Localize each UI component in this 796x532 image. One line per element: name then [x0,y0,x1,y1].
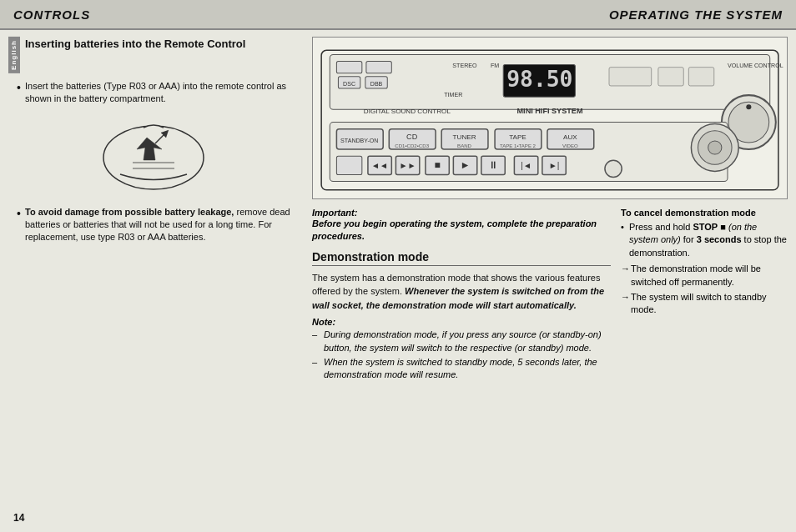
cancel-text-prefix: Press and hold [629,222,693,232]
cancel-seconds: 3 seconds [697,234,742,244]
svg-text:CD1•CD2•CD3: CD1•CD2•CD3 [395,143,429,148]
bullet-text-2-bold: To avoid damage from possible battery le… [25,207,234,217]
svg-point-55 [605,160,622,177]
important-label: Important: [312,208,611,218]
svg-text:►: ► [461,159,471,171]
main-content: English Inserting batteries into the Rem… [0,30,796,507]
arrow-item-1: The demonstration mode will be switched … [621,263,788,289]
battery-image [87,113,220,196]
svg-text:TAPE: TAPE [509,133,526,141]
svg-text:⏸: ⏸ [488,159,498,171]
demo-right: To cancel demonstration mode Press and h… [621,208,788,382]
svg-text:►|: ►| [549,161,560,170]
list-item: Insert the batteries (Type R03 or AAA) i… [17,80,299,106]
svg-text:TIMER: TIMER [444,92,462,98]
svg-text:DBB: DBB [370,81,383,88]
header: CONTROLS OPERATING THE SYSTEM [0,0,796,30]
svg-rect-6 [366,62,391,73]
svg-text:DIGITAL SOUND CONTROL: DIGITAL SOUND CONTROL [364,108,451,115]
svg-rect-16 [609,68,652,86]
svg-text:AUX: AUX [563,133,577,141]
system-image: DSC DBB STEREO FM 98.50 TIMER [312,37,788,199]
svg-text:CD: CD [406,133,418,141]
svg-text:BAND: BAND [457,143,471,148]
section-title: Inserting batteries into the Remote Cont… [25,37,245,52]
svg-text:STEREO: STEREO [452,63,477,69]
svg-text:VIDEO: VIDEO [562,143,578,148]
svg-rect-40 [336,156,361,174]
important-text: Important: Before you begin operating th… [312,208,611,243]
svg-text:►►: ►► [400,161,416,170]
svg-text:98.50: 98.50 [506,67,572,92]
arrow-item-2: The system will switch to standby mode. [621,291,788,317]
right-panel: DSC DBB STEREO FM 98.50 TIMER [309,37,788,500]
svg-rect-18 [688,68,713,86]
svg-rect-17 [658,68,683,86]
important-body: Before you begin operating the system, c… [312,218,597,241]
svg-text:TUNER: TUNER [453,133,476,141]
remote-illustration [87,114,220,193]
cancel-stop-bold: STOP [693,222,718,232]
left-panel: English Inserting batteries into the Rem… [8,37,309,500]
svg-text:◄◄: ◄◄ [371,161,388,170]
demo-body: The system has a demonstration mode that… [312,271,611,313]
bullet-text-1: Insert the batteries (Type R03 or AAA) i… [25,81,286,103]
note-label: Note: [312,317,335,327]
svg-text:VOLUME CONTROL: VOLUME CONTROL [728,63,783,69]
cancel-heading: To cancel demonstration mode [621,208,788,218]
svg-point-58 [708,141,722,154]
svg-text:MINI HIFI SYSTEM: MINI HIFI SYSTEM [517,107,583,115]
cancel-stop-icon: ■ [718,222,728,232]
svg-text:■: ■ [434,159,440,171]
demo-section: Important: Before you begin operating th… [312,208,788,382]
note-item-1: During demonstration mode, if you press … [312,329,611,354]
cancel-for: for [681,234,697,244]
svg-text:FM: FM [491,63,499,69]
bullet-list-2: To avoid damage from possible battery le… [17,206,299,244]
note-section: Note: During demonstration mode, if you … [312,317,611,382]
svg-text:|◄: |◄ [521,161,532,170]
page: CONTROLS OPERATING THE SYSTEM English In… [0,0,796,532]
header-right-title: OPERATING THE SYSTEM [609,8,783,22]
svg-text:STANDBY-ON: STANDBY-ON [340,138,378,144]
header-left-title: CONTROLS [13,8,90,22]
note-item-2: When the system is switched to standby m… [312,356,611,382]
svg-rect-5 [336,62,361,73]
section-tab: English [8,37,20,73]
cancel-bullet: Press and hold STOP ■ (on the system onl… [621,221,788,259]
section-header: English Inserting batteries into the Rem… [8,37,299,73]
demo-left: Important: Before you begin operating th… [312,208,611,382]
demo-heading: Demonstration mode [312,250,611,266]
svg-text:DSC: DSC [343,81,355,88]
hifi-illustration: DSC DBB STEREO FM 98.50 TIMER [313,38,787,198]
list-item-2: To avoid damage from possible battery le… [17,206,299,244]
bullet-list: Insert the batteries (Type R03 or AAA) i… [17,80,299,106]
svg-point-22 [746,104,751,109]
page-number: 14 [13,512,24,524]
svg-text:TAPE 1•TAPE 2: TAPE 1•TAPE 2 [500,143,537,148]
